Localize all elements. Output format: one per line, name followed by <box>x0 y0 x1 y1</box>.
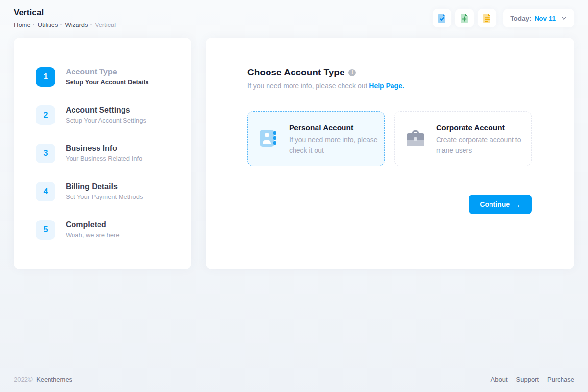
option-personal-account[interactable]: Personal Account If you need more info, … <box>247 111 385 166</box>
continue-button[interactable]: Continue → <box>469 195 532 214</box>
wizard-stepper-panel: 1 Account Type Setup Your Account Detail… <box>14 38 191 269</box>
step-description: Set Your Payment Methods <box>66 193 143 200</box>
step-title: Account Settings <box>66 106 146 115</box>
step-subtitle: If you need more info, please check out … <box>247 82 532 90</box>
step-number-badge: 2 <box>36 105 55 125</box>
step-description: Woah, we are here <box>66 231 120 239</box>
continue-label: Continue <box>480 200 510 208</box>
wizard-step-content: Choose Account Type ! If you need more i… <box>247 67 532 214</box>
step-number-badge: 1 <box>36 67 55 87</box>
help-page-link[interactable]: Help Page <box>369 82 402 90</box>
briefcase-icon <box>407 133 424 146</box>
info-icon[interactable]: ! <box>348 69 356 76</box>
step-description: Your Business Related Info <box>66 155 142 162</box>
arrow-right-icon: → <box>514 201 521 208</box>
stepper: 1 Account Type Setup Your Account Detail… <box>14 38 191 258</box>
breadcrumb-utilities[interactable]: Utilities <box>38 21 58 28</box>
date-label: Today: <box>510 15 531 22</box>
step-heading: Choose Account Type <box>247 67 344 78</box>
topbar-actions: Today: Nov 11 <box>433 9 574 27</box>
stepper-item-account-settings[interactable]: 2 Account Settings Setup Your Account Se… <box>36 105 181 144</box>
breadcrumb-separator-dot <box>60 24 62 25</box>
step-number-badge: 4 <box>36 182 55 201</box>
step-title: Billing Details <box>66 182 143 191</box>
file-notes-icon <box>481 12 493 24</box>
page-title: Vertical <box>14 8 116 18</box>
chevron-down-icon <box>561 15 567 22</box>
step-title: Business Info <box>66 144 142 153</box>
breadcrumb-separator-dot <box>33 24 34 25</box>
breadcrumb-wizards[interactable]: Wizards <box>65 21 88 28</box>
footer-link-support[interactable]: Support <box>516 376 539 383</box>
footer-link-purchase[interactable]: Purchase <box>547 376 574 383</box>
file-add-icon <box>459 12 470 24</box>
stepper-item-business-info[interactable]: 3 Business Info Your Business Related In… <box>36 144 181 182</box>
id-badge-icon <box>260 130 274 147</box>
breadcrumb: Home Utilities Wizards Vertical <box>14 21 116 28</box>
option-corporate-account[interactable]: Corporate Account Create corporate accou… <box>394 111 532 166</box>
step-description: Setup Your Account Settings <box>66 117 146 124</box>
copyright-text: 2022© <box>14 376 33 383</box>
date-value: Nov 11 <box>534 15 556 22</box>
wizard-content-panel: Choose Account Type ! If you need more i… <box>206 38 574 269</box>
step-title: Account Type <box>66 68 149 76</box>
step-title: Completed <box>66 220 120 229</box>
file-notes-button[interactable] <box>478 9 496 27</box>
option-description: Create corporate account to mane users <box>436 135 527 156</box>
step-number-badge: 5 <box>36 220 55 240</box>
option-description: If you need more info, please check it o… <box>289 135 380 156</box>
footer-copyright: 2022© Keenthemes <box>14 376 72 383</box>
option-title: Corporate Account <box>436 123 527 132</box>
file-check-icon <box>436 12 448 24</box>
account-type-options: Personal Account If you need more info, … <box>247 111 532 166</box>
file-add-button[interactable] <box>455 9 474 27</box>
breadcrumb-home[interactable]: Home <box>14 21 31 28</box>
breadcrumb-current: Vertical <box>95 21 116 28</box>
step-number-badge: 3 <box>36 144 55 163</box>
page-header: Vertical Home Utilities Wizards Vertical <box>14 8 574 28</box>
page-footer: 2022© Keenthemes About Support Purchase <box>14 376 574 383</box>
date-selector[interactable]: Today: Nov 11 <box>503 9 574 27</box>
breadcrumb-separator-dot <box>90 24 92 25</box>
file-check-button[interactable] <box>433 9 451 27</box>
subtitle-period: . <box>402 82 404 90</box>
keenthemes-link[interactable]: Keenthemes <box>36 376 72 383</box>
stepper-item-completed[interactable]: 5 Completed Woah, we are here <box>36 220 181 258</box>
stepper-item-account-type[interactable]: 1 Account Type Setup Your Account Detail… <box>36 67 181 105</box>
stepper-item-billing-details[interactable]: 4 Billing Details Set Your Payment Metho… <box>36 182 181 220</box>
header-left: Vertical Home Utilities Wizards Vertical <box>14 8 116 28</box>
footer-link-about[interactable]: About <box>491 376 508 383</box>
step-description: Setup Your Account Details <box>66 78 149 86</box>
footer-links: About Support Purchase <box>491 376 574 383</box>
option-title: Personal Account <box>289 123 380 132</box>
subtitle-text: If you need more info, please check out <box>247 82 367 90</box>
